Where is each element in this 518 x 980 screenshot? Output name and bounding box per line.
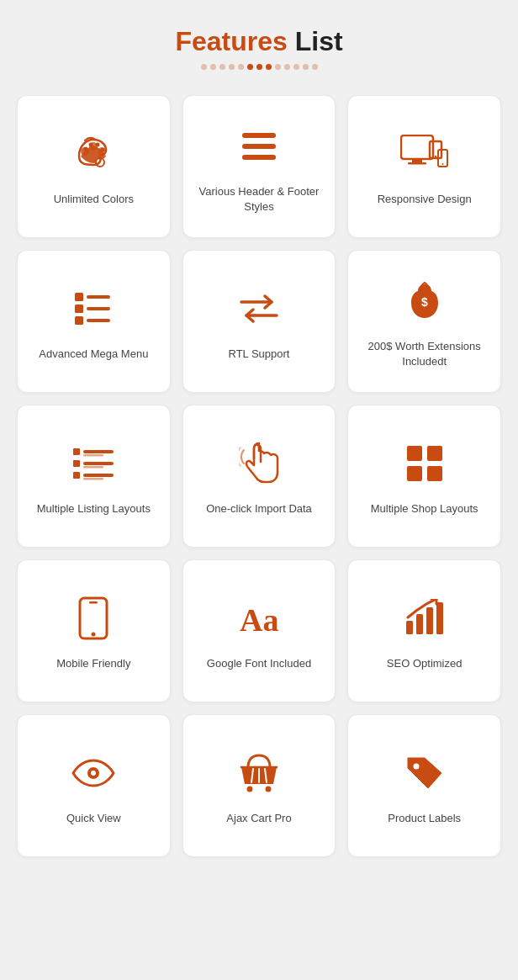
feature-card-listing-layouts: Multiple Listing Layouts [17, 405, 171, 548]
feature-label: Multiple Shop Layouts [371, 501, 478, 517]
list-layout-icon [71, 441, 115, 486]
feature-label: Google Font Included [207, 656, 311, 672]
feature-card-google-font: Aa Google Font Included [182, 559, 336, 702]
svg-rect-35 [83, 478, 103, 480]
svg-point-53 [246, 786, 252, 792]
feature-card-quick-view: Quick View [17, 714, 171, 857]
svg-point-4 [84, 146, 88, 151]
feature-label: One-click Import Data [206, 501, 312, 517]
feature-label: Advanced Mega Menu [39, 347, 148, 363]
svg-rect-37 [427, 446, 442, 461]
svg-rect-36 [407, 446, 422, 461]
svg-point-54 [265, 786, 271, 792]
svg-rect-27 [73, 448, 80, 455]
feature-card-mega-menu: Advanced Mega Menu [17, 250, 171, 393]
svg-rect-13 [408, 162, 426, 165]
svg-rect-12 [412, 159, 422, 162]
svg-rect-11 [401, 135, 433, 159]
feature-label: Multiple Listing Layouts [37, 501, 151, 517]
svg-text:$: $ [421, 295, 428, 309]
svg-rect-18 [75, 293, 83, 301]
eye-icon [70, 750, 117, 796]
svg-rect-44 [406, 621, 413, 634]
svg-rect-23 [87, 319, 110, 322]
svg-point-55 [413, 763, 419, 769]
svg-rect-34 [83, 466, 103, 469]
font-icon: Aa [236, 596, 282, 641]
feature-label: RTL Support [228, 347, 289, 363]
tag-icon [403, 750, 447, 796]
money-bag-icon: $ [404, 278, 445, 324]
svg-text:Aa: Aa [240, 602, 278, 638]
feature-card-seo: SEO Optimized [347, 559, 501, 702]
svg-rect-38 [407, 466, 422, 481]
feature-label: SEO Optimized [387, 656, 462, 672]
svg-point-17 [441, 163, 443, 165]
grid-layout-icon [404, 441, 445, 486]
svg-rect-45 [416, 614, 423, 634]
feature-card-header-footer: Various Header & Footer Styles [182, 95, 336, 238]
feature-card-ajax-cart: Ajax Cart Pro [182, 714, 336, 857]
svg-rect-22 [87, 307, 110, 310]
svg-rect-19 [75, 305, 83, 313]
svg-rect-8 [242, 133, 276, 138]
svg-rect-32 [83, 474, 114, 477]
feature-label: Product Labels [388, 811, 461, 827]
feature-card-rtl: RTL Support [182, 250, 336, 393]
feature-card-product-labels: Product Labels [347, 714, 501, 857]
svg-point-6 [96, 142, 100, 146]
feature-label: Ajax Cart Pro [226, 811, 291, 827]
hamburger-icon [238, 124, 280, 169]
feature-card-import: One-click Import Data [182, 405, 336, 548]
svg-rect-42 [89, 601, 98, 604]
header: Features List [17, 25, 501, 70]
svg-rect-29 [73, 472, 80, 479]
palette-icon [72, 131, 114, 177]
svg-rect-30 [83, 450, 114, 453]
svg-point-5 [89, 142, 93, 146]
svg-point-7 [101, 147, 105, 151]
arrows-icon [236, 286, 282, 331]
feature-card-shop-layouts: Multiple Shop Layouts [347, 405, 501, 548]
svg-point-49 [91, 771, 96, 776]
svg-rect-46 [426, 607, 433, 634]
features-grid: Unlimited Colors Various Header & Footer… [17, 95, 501, 857]
touch-icon [239, 441, 279, 486]
responsive-icon [400, 131, 449, 177]
feature-label: 200$ Worth Extensions Includedt [357, 339, 492, 371]
mobile-icon [78, 596, 108, 641]
svg-rect-9 [242, 144, 276, 149]
svg-rect-47 [436, 602, 443, 634]
svg-rect-20 [75, 316, 83, 325]
svg-rect-39 [427, 466, 442, 481]
svg-rect-28 [73, 460, 80, 467]
svg-point-15 [434, 156, 436, 157]
page-title: Features List [17, 25, 501, 57]
feature-label: Mobile Friendly [56, 656, 130, 672]
feature-card-responsive: Responsive Design [347, 95, 501, 238]
feature-card-unlimited-colors: Unlimited Colors [17, 95, 171, 238]
svg-rect-33 [83, 454, 103, 457]
menu-list-icon [73, 286, 114, 331]
svg-rect-10 [242, 155, 276, 160]
decorative-dots [17, 64, 501, 70]
feature-label: Responsive Design [378, 192, 472, 208]
feature-label: Quick View [66, 811, 121, 827]
svg-rect-31 [83, 462, 114, 465]
seo-icon [403, 596, 447, 641]
cart-icon [236, 750, 282, 796]
feature-label: Various Header & Footer Styles [192, 184, 327, 216]
svg-rect-21 [87, 295, 110, 299]
svg-point-41 [92, 632, 96, 636]
feature-label: Unlimited Colors [54, 192, 134, 208]
feature-card-extensions: $ 200$ Worth Extensions Includedt [347, 250, 501, 393]
feature-card-mobile: Mobile Friendly [17, 559, 171, 702]
